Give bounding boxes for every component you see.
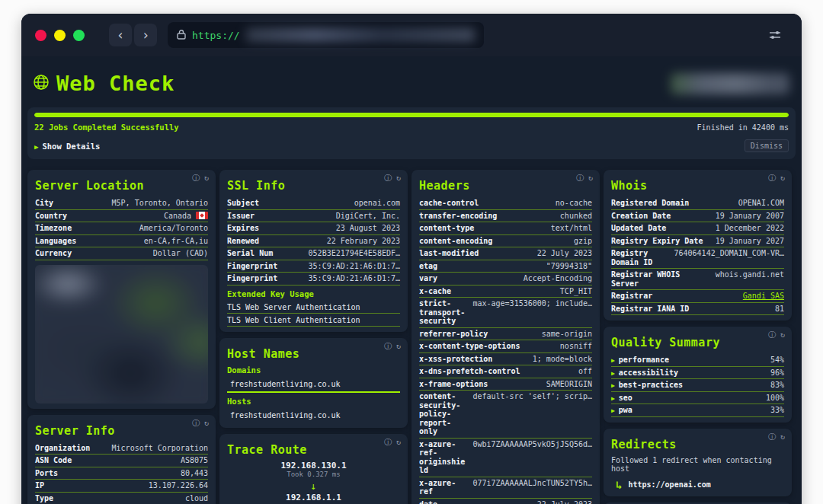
data-row: Registrar WHOIS Serverwhois.gandi.net (611, 269, 784, 290)
refresh-icon[interactable]: ↻ (780, 174, 785, 182)
data-row: OrganizationMicrosoft Corporation (35, 442, 208, 455)
data-row[interactable]: ▶performance54% (611, 354, 784, 367)
card-title: Redirects (611, 438, 784, 451)
info-icon[interactable]: ⓘ (384, 439, 392, 446)
maximize-window-button[interactable] (73, 30, 85, 41)
usage-item: TLS Web Server Authentication (227, 301, 400, 314)
row-value: DigiCert, Inc. (336, 212, 400, 221)
row-value: 96% (770, 368, 784, 378)
data-row: Subjectopenai.com (227, 197, 400, 210)
expand-arrow-icon: ▶ (34, 143, 38, 151)
info-icon[interactable]: ⓘ (384, 174, 392, 182)
refresh-icon[interactable]: ↻ (588, 174, 593, 182)
data-row: IssuerDigiCert, Inc. (227, 210, 400, 223)
lock-icon (177, 28, 186, 43)
url-bar[interactable]: https:// (168, 22, 484, 48)
data-row: IP13.107.226.64 (35, 480, 208, 493)
data-row: TimezoneAmerica/Toronto (35, 222, 208, 235)
refresh-icon[interactable]: ↻ (204, 174, 209, 182)
row-label: etag (419, 262, 542, 271)
data-row: CityM5P, Toronto, Ontario (35, 197, 208, 210)
info-icon[interactable]: ⓘ (192, 174, 200, 182)
row-label: content-security-policy-report-only (419, 392, 468, 436)
card-quality-summary: ⓘ ↻ Quality Summary ▶performance54%▶acce… (604, 327, 792, 423)
data-row: x-dns-prefetch-controloff (419, 365, 592, 378)
grid-column-4: ⓘ ↻ Whois Registered DomainOPENAI.COMCre… (604, 170, 792, 504)
refresh-icon[interactable]: ↻ (780, 433, 785, 441)
row-value: 81 (775, 305, 784, 314)
info-icon[interactable]: ⓘ (576, 174, 584, 182)
hosts-subtitle: Hosts (227, 397, 400, 406)
data-row: Fingerprint35:C9:AD:21:A6:D1:7… (227, 273, 400, 285)
row-value: 100% (766, 394, 784, 403)
canada-flag-icon (196, 212, 208, 219)
card-trace-route: ⓘ ↻ Trace Route 192.168.130.1Took 0.327 … (219, 434, 408, 504)
row-label: date (419, 500, 533, 504)
refresh-icon[interactable]: ↻ (396, 343, 401, 350)
row-label: x-azure-ref (419, 479, 468, 496)
data-row[interactable]: ▶pwa33% (611, 404, 784, 417)
data-row: x-content-type-optionsnosniff (419, 340, 592, 353)
data-row[interactable]: ▶best-practices83% (611, 379, 784, 392)
cards-grid: ⓘ ↻ Server Location CityM5P, Toronto, On… (21, 170, 802, 504)
data-row[interactable]: ▶seo100% (611, 392, 784, 405)
data-row: x-cacheTCP_HIT (419, 285, 592, 298)
forward-button[interactable]: › (134, 24, 157, 46)
show-details-toggle[interactable]: ▶Show Details (34, 142, 100, 151)
info-icon[interactable]: ⓘ (768, 174, 776, 182)
grid-column-2: ⓘ ↻ SSL Info Subjectopenai.comIssuerDigi… (219, 170, 408, 504)
kv-table: Subjectopenai.comIssuerDigiCert, Inc.Exp… (227, 197, 400, 285)
screenshot-viewport: ‹ › https:// (0, 0, 823, 504)
refresh-icon[interactable]: ↻ (396, 174, 401, 182)
row-label: Serial Num (227, 249, 304, 258)
info-icon[interactable]: ⓘ (192, 419, 200, 427)
down-arrow-icon: ↓ (311, 481, 317, 492)
dismiss-button[interactable]: Dismiss (745, 139, 789, 152)
row-label: Fingerprint (227, 262, 304, 271)
brand[interactable]: Web Check (32, 72, 175, 95)
info-icon[interactable]: ⓘ (768, 433, 776, 441)
row-value: 54% (770, 356, 784, 365)
window-controls (35, 30, 85, 41)
refresh-icon[interactable]: ↻ (204, 419, 209, 427)
data-row: Registry Domain ID764064142_DOMAIN_COM-V… (611, 247, 784, 269)
card-ssl-info: ⓘ ↻ SSL Info Subjectopenai.comIssuerDigi… (219, 170, 408, 332)
card-title: Host Names (227, 347, 400, 361)
card-title: Server Info (35, 424, 208, 438)
data-row: Expires23 August 2023 (227, 222, 400, 235)
close-window-button[interactable] (35, 30, 46, 41)
location-map[interactable] (35, 265, 208, 404)
row-value: 22 July 2023 (537, 249, 592, 258)
row-value: 80,443 (181, 469, 208, 478)
minimize-window-button[interactable] (54, 30, 66, 41)
data-row: strict-transport-securitymax-age=3153600… (419, 298, 592, 328)
data-row[interactable]: ▶accessibility96% (611, 367, 784, 380)
row-value: TCP_HIT (560, 287, 592, 296)
refresh-icon[interactable]: ↻ (396, 439, 401, 446)
finished-time-text: Finished in 42400 ms (697, 123, 789, 132)
row-value: gzip (574, 237, 592, 246)
row-label: City (35, 199, 107, 208)
refresh-icon[interactable]: ↻ (780, 331, 785, 339)
settings-tune-icon[interactable] (762, 22, 788, 48)
row-label: Registrar IANA ID (611, 305, 770, 314)
redirects-description: Followed 1 redirect when contacting host (611, 456, 784, 473)
row-value: cloud (185, 494, 208, 503)
data-row: Updated Date1 December 2022 (611, 222, 784, 235)
info-icon[interactable]: ⓘ (384, 343, 392, 350)
masked-target-url-chip[interactable] (671, 73, 789, 94)
data-row: date22 July 2023 (419, 499, 592, 504)
row-value-link[interactable]: Gandi SAS (743, 292, 784, 301)
grid-column-3: ⓘ ↻ Headers cache-controlno-cachetransfe… (412, 170, 600, 504)
row-label: transfer-encoding (419, 212, 556, 221)
data-row: Registered DomainOPENAI.COM (611, 197, 784, 210)
progress-bar-fill (34, 113, 789, 117)
info-icon[interactable]: ⓘ (768, 331, 776, 339)
data-row: cache-controlno-cache (419, 197, 592, 210)
card-whois: ⓘ ↻ Whois Registered DomainOPENAI.COMCre… (604, 170, 792, 321)
row-value: default-src 'self'; scrip… (472, 392, 592, 436)
row-value: 22 February 2023 (327, 237, 400, 246)
row-label: Currency (35, 249, 149, 258)
back-button[interactable]: ‹ (109, 24, 132, 46)
row-value: America/Toronto (139, 224, 208, 233)
